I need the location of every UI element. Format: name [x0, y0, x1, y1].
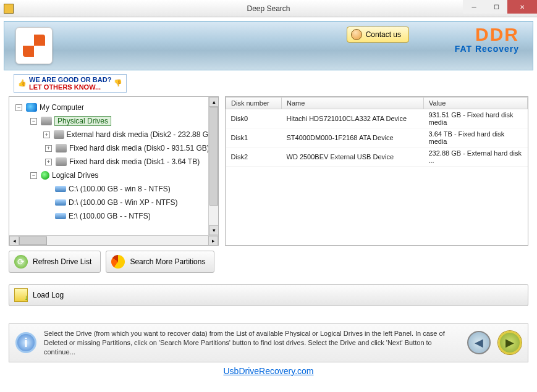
tree-root-label: My Computer — [40, 103, 84, 112]
maximize-button[interactable]: ☐ — [485, 0, 507, 14]
close-button[interactable]: ✕ — [507, 0, 537, 14]
col-name[interactable]: Name — [282, 98, 424, 109]
col-value[interactable]: Value — [424, 98, 528, 109]
minimize-button[interactable]: ─ — [463, 0, 485, 14]
table-row[interactable]: Disk0 Hitachi HDS721010CLA332 ATA Device… — [226, 109, 528, 128]
drive-icon — [56, 157, 67, 166]
partition-icon — [55, 186, 66, 192]
log-file-icon — [14, 288, 28, 302]
cell-value: 232.88 GB - External hard disk ... — [424, 148, 528, 167]
info-text: Select the Drive (from which you want to… — [44, 329, 460, 357]
cell-name: WD 2500BEV External USB Device — [282, 148, 424, 167]
drive-icon — [56, 144, 67, 152]
scroll-right-icon[interactable]: ▸ — [208, 236, 218, 246]
brand-block: DDR FAT Recovery — [455, 24, 519, 54]
header-banner: Contact us DDR FAT Recovery — [4, 21, 533, 70]
tree-item[interactable]: D:\ (100.00 GB - Win XP - NTFS) — [12, 196, 216, 209]
globe-icon — [41, 171, 49, 180]
scroll-down-icon[interactable]: ▾ — [209, 225, 219, 235]
tree-item[interactable]: + Fixed hard disk media (Disk0 - 931.51 … — [12, 141, 216, 155]
contact-us-button[interactable]: Contact us — [347, 27, 409, 43]
thumbs-down-icon: 👎 — [114, 79, 122, 88]
titlebar: Deep Search ─ ☐ ✕ — [0, 0, 537, 17]
cell-name: ST4000DM000-1F2168 ATA Device — [282, 128, 424, 148]
collapse-icon[interactable]: − — [15, 104, 22, 111]
drive-tree-panel: − My Computer − Physical Drives + Extern… — [9, 96, 219, 246]
person-icon — [351, 29, 362, 40]
footer-link[interactable]: UsbDriveRecovery.com — [0, 366, 537, 376]
brand-name: DDR — [455, 24, 519, 45]
contact-label: Contact us — [366, 30, 401, 39]
disk-table-panel: Disk number Name Value Disk0 Hitachi HDS… — [225, 96, 528, 246]
horizontal-scrollbar[interactable]: ◂ ▸ — [9, 235, 218, 245]
scroll-left-icon[interactable]: ◂ — [9, 236, 19, 246]
scroll-up-icon[interactable]: ▴ — [209, 97, 219, 107]
brand-subtitle: FAT Recovery — [455, 44, 519, 54]
button-label: Search More Partitions — [130, 257, 205, 266]
info-bar: i Select the Drive (from which you want … — [9, 323, 528, 362]
cell-disknumber: Disk2 — [226, 148, 282, 167]
tree-item-label: Fixed hard disk media (Disk1 - 3.64 TB) — [69, 157, 200, 166]
expand-icon[interactable]: + — [45, 145, 52, 152]
collapse-icon[interactable]: − — [30, 172, 37, 179]
tree-item[interactable]: + External hard disk media (Disk2 - 232.… — [12, 128, 216, 141]
tree-item-label: External hard disk media (Disk2 - 232.88… — [67, 130, 216, 139]
expand-icon[interactable]: + — [43, 131, 50, 138]
cell-disknumber: Disk1 — [226, 128, 282, 148]
refresh-drive-list-button[interactable]: ⟳ Refresh Drive List — [9, 251, 101, 273]
cell-value: 3.64 TB - Fixed hard disk media — [424, 128, 528, 148]
next-button[interactable]: ▶ — [498, 331, 522, 354]
tree-item-label: D:\ (100.00 GB - Win XP - NTFS) — [69, 198, 177, 207]
vertical-scrollbar[interactable]: ▴ ▾ — [208, 97, 218, 235]
tree-item[interactable]: C:\ (100.00 GB - win 8 - NTFS) — [12, 182, 216, 196]
cell-value: 931.51 GB - Fixed hard disk media — [424, 109, 528, 128]
expand-icon[interactable]: + — [45, 159, 52, 165]
refresh-icon: ⟳ — [14, 255, 28, 269]
cell-disknumber: Disk0 — [226, 109, 282, 128]
load-log-button[interactable]: Load Log — [9, 284, 528, 306]
feedback-banner[interactable]: 👍 WE ARE GOOD OR BAD? LET OTHERS KNOW...… — [14, 74, 127, 93]
col-disknumber[interactable]: Disk number — [226, 98, 282, 109]
tree-root[interactable]: − My Computer — [12, 101, 216, 114]
table-row[interactable]: Disk1 ST4000DM000-1F2168 ATA Device 3.64… — [226, 128, 528, 148]
pie-chart-icon — [111, 255, 125, 269]
tree-item[interactable]: + Fixed hard disk media (Disk1 - 3.64 TB… — [12, 155, 216, 169]
scroll-thumb[interactable] — [19, 236, 47, 245]
tree-selected-label: Physical Drives — [54, 116, 111, 126]
computer-icon — [26, 103, 37, 112]
tree-logical-label: Logical Drives — [52, 171, 98, 180]
partition-icon — [55, 213, 66, 219]
scroll-thumb[interactable] — [209, 107, 218, 206]
table-header-row: Disk number Name Value — [226, 98, 528, 109]
tree-item[interactable]: E:\ (100.00 GB - - NTFS) — [12, 209, 216, 223]
button-label: Refresh Drive List — [33, 257, 91, 266]
search-more-partitions-button[interactable]: Search More Partitions — [106, 251, 214, 273]
table-row[interactable]: Disk2 WD 2500BEV External USB Device 232… — [226, 148, 528, 167]
drive-icon — [54, 130, 64, 139]
tree-item-label: E:\ (100.00 GB - - NTFS) — [69, 212, 151, 220]
back-button[interactable]: ◀ — [467, 331, 491, 354]
button-label: Load Log — [33, 291, 64, 299]
tree-item-label: Fixed hard disk media (Disk0 - 931.51 GB… — [69, 144, 209, 152]
app-logo — [15, 27, 53, 64]
info-icon: i — [15, 332, 36, 353]
tree-physical-group[interactable]: − Physical Drives — [12, 114, 216, 128]
partition-icon — [55, 199, 66, 206]
thumbs-up-icon: 👍 — [18, 79, 27, 88]
tree-item-label: C:\ (100.00 GB - win 8 - NTFS) — [69, 185, 171, 193]
collapse-icon[interactable]: − — [30, 118, 37, 125]
tree-logical-group[interactable]: − Logical Drives — [12, 169, 216, 182]
window-title: Deep Search — [0, 4, 537, 13]
cell-name: Hitachi HDS721010CLA332 ATA Device — [282, 109, 424, 128]
feedback-line1: WE ARE GOOD OR BAD? — [29, 76, 111, 83]
drive-icon — [41, 117, 52, 125]
feedback-line2: LET OTHERS KNOW... — [29, 83, 101, 91]
